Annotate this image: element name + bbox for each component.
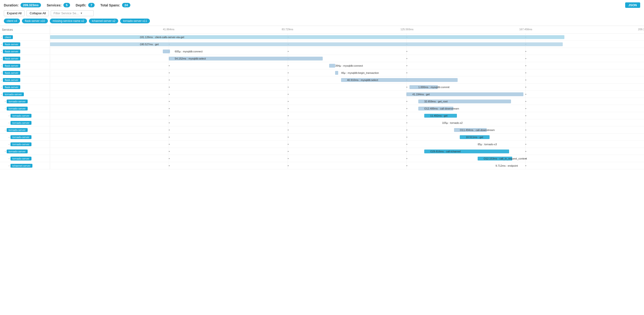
timeline-dot: [406, 108, 407, 109]
service-label[interactable]: tornado-server: [10, 157, 32, 160]
span-bar[interactable]: [329, 64, 335, 68]
controls-row: Expand All Collapse All Filter Service S…: [4, 10, 640, 16]
service-tag[interactable]: tchannel-server x2: [89, 18, 118, 23]
timeline-dot: [525, 165, 526, 166]
timeline-dot: [169, 130, 170, 130]
timeline-dot: [406, 58, 407, 59]
services-label: Services:: [47, 3, 62, 7]
service-tag[interactable]: flask-server x10: [22, 18, 48, 23]
service-cell: - tornado-server: [0, 148, 50, 155]
services-metric: Services: 5: [47, 3, 70, 7]
service-label[interactable]: flask-server: [3, 64, 20, 68]
timeline-dot: [169, 94, 170, 95]
service-cell: - tchannel-server: [0, 162, 50, 169]
span-bar[interactable]: [163, 49, 170, 53]
timeline-dot: [525, 108, 526, 109]
collapse-icon[interactable]: -: [1, 93, 2, 96]
service-label[interactable]: tchannel-server: [10, 164, 32, 168]
depth-metric: Depth: 7: [76, 3, 95, 7]
service-label[interactable]: tornado-server: [3, 92, 24, 96]
service-label[interactable]: tornado-server: [7, 128, 28, 132]
timeline-dot: [525, 115, 526, 116]
span-row: 10.511ms : get: [50, 134, 644, 141]
service-tag[interactable]: missing-service-name x2: [50, 18, 87, 23]
timeline-dot: [169, 65, 170, 66]
service-label[interactable]: flask-server: [3, 71, 20, 75]
timeline-dot: [525, 144, 526, 145]
time-marker: 209.323ms: [638, 28, 644, 31]
collapse-icon[interactable]: -: [8, 121, 10, 124]
span-row: 40.910ms : mysqldb:select: [50, 76, 644, 84]
timeline-body: ·181.126ms : client-calls-server-via-get…: [50, 33, 644, 169]
collapse-icon[interactable]: -: [8, 135, 10, 139]
service-label[interactable]: flask-server: [3, 85, 20, 89]
span-row: 85μ : tornado-x3: [50, 141, 644, 148]
collapse-icon[interactable]: -: [5, 128, 6, 132]
timeline-dot: [525, 58, 526, 59]
timeline-dot: [525, 101, 526, 102]
timeline-dot: [169, 115, 170, 116]
time-marker: 41.864ms: [163, 28, 174, 31]
span-bar[interactable]: [50, 42, 563, 46]
collapse-icon[interactable]: -: [1, 50, 2, 53]
span-bar[interactable]: [50, 35, 564, 39]
service-label[interactable]: flask-server: [3, 49, 20, 53]
span-label: 46μ : mysqldb:begin_transaction: [341, 71, 379, 74]
service-label[interactable]: tornado-server: [10, 114, 32, 118]
collapse-icon[interactable]: -: [8, 143, 10, 146]
service-label[interactable]: tornado-server: [10, 142, 32, 146]
service-label[interactable]: tornado-server: [7, 107, 28, 110]
collapse-icon[interactable]: -: [1, 78, 2, 82]
collapse-all-button[interactable]: Collapse All: [26, 10, 49, 16]
time-marker: 83.729ms: [282, 28, 293, 31]
collapse-icon[interactable]: -: [1, 71, 2, 74]
span-row: ·180.527ms : get: [50, 41, 644, 48]
service-label[interactable]: tornado-server: [10, 121, 32, 125]
service-label[interactable]: flask-server: [3, 78, 20, 82]
service-tag[interactable]: tornado-server x11: [120, 18, 150, 23]
span-row: ·181.126ms : client-calls-server-via-get: [50, 33, 644, 41]
span-bar[interactable]: [335, 71, 338, 75]
timeline-dot: [406, 151, 407, 152]
json-button[interactable]: JSON: [625, 2, 640, 8]
duration-metric: Duration: 209.323ms: [4, 3, 41, 7]
filter-dropdown[interactable]: Filter Service Se... ▼: [51, 10, 94, 16]
timeline-dot: [406, 87, 407, 88]
collapse-icon[interactable]: -: [1, 57, 2, 60]
service-label[interactable]: client: [3, 35, 13, 39]
span-row: 605μ : mysqldb:connect: [50, 48, 644, 55]
timeline-dot: [169, 79, 170, 80]
timeline-dot: [288, 94, 289, 95]
collapse-icon[interactable]: -: [1, 35, 2, 39]
service-label[interactable]: tornado-server: [7, 150, 28, 153]
collapse-icon[interactable]: -: [5, 107, 6, 110]
collapse-icon[interactable]: -: [5, 150, 6, 153]
expand-all-button[interactable]: Expand All: [4, 10, 24, 16]
timeline-dot: [406, 137, 407, 138]
collapse-icon[interactable]: -: [1, 43, 2, 46]
collapse-icon[interactable]: -: [8, 164, 10, 167]
service-tag[interactable]: client x4: [4, 18, 20, 23]
service-label[interactable]: flask-server: [3, 42, 20, 46]
service-cell: - client: [0, 33, 50, 41]
collapse-icon[interactable]: -: [1, 64, 2, 67]
total-spans-metric: Total Spans: 24: [100, 3, 130, 7]
service-cell: - flask-server: [0, 41, 50, 48]
span-label: 54.152ms : mysqldb:select: [175, 57, 206, 60]
collapse-icon[interactable]: -: [8, 114, 10, 117]
service-cell: - tornado-server: [0, 91, 50, 98]
timeline-dot: [288, 65, 289, 66]
service-label[interactable]: tornado-server: [10, 135, 32, 139]
collapse-icon[interactable]: -: [8, 157, 10, 160]
timeline-dot: [406, 72, 407, 73]
service-label[interactable]: flask-server: [3, 57, 20, 60]
collapse-icon[interactable]: -: [5, 100, 6, 103]
collapse-icon[interactable]: -: [1, 85, 2, 89]
service-label[interactable]: tornado-server: [7, 99, 28, 103]
timeline-dot: [288, 144, 289, 145]
span-label: 105μ : tornado-x2: [442, 121, 462, 124]
span-row: 105μ : tornado-x2: [50, 119, 644, 126]
timeline-column: 41.864ms83.729ms125.593ms167.458ms209.32…: [50, 26, 644, 169]
span-row: 11.492ms : get: [50, 112, 644, 119]
timeline-dot: [288, 122, 289, 123]
